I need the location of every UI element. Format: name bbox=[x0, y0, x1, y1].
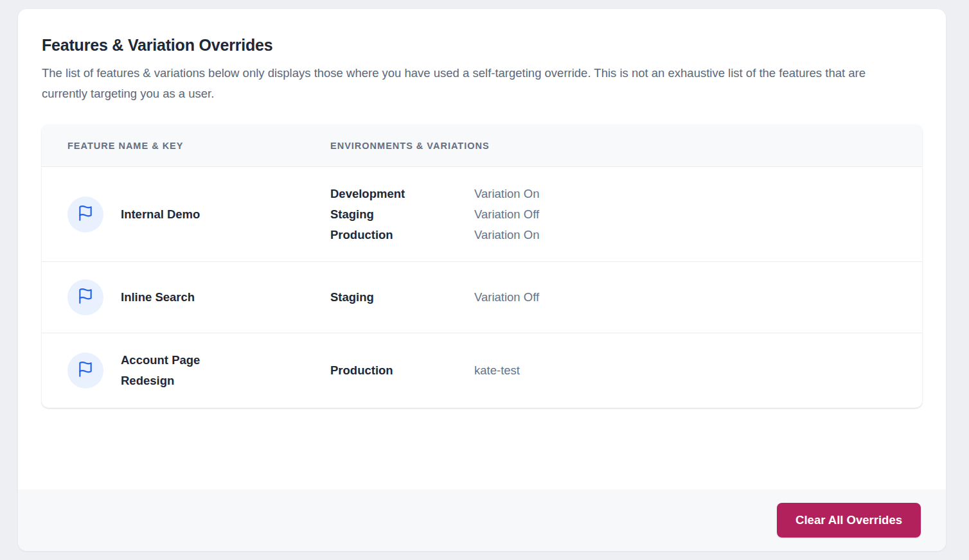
environment-name: Production bbox=[330, 360, 474, 381]
table-row: Internal Demo Development Variation On S… bbox=[42, 167, 922, 261]
variation-value: Variation Off bbox=[474, 287, 539, 308]
clear-all-overrides-button[interactable]: Clear All Overrides bbox=[777, 503, 921, 538]
flag-icon bbox=[77, 361, 94, 380]
environment-name: Production bbox=[330, 225, 474, 245]
environment-name: Development bbox=[330, 184, 474, 204]
variation-value: Variation On bbox=[474, 225, 539, 245]
flag-badge bbox=[67, 353, 103, 389]
feature-cell: Internal Demo bbox=[42, 197, 330, 232]
feature-name: Inline Search bbox=[121, 287, 195, 308]
variation-value: Variation On bbox=[474, 184, 539, 204]
environment-name: Staging bbox=[330, 204, 474, 225]
table-row: Account Page Redesign Production kate-te… bbox=[42, 333, 922, 408]
environment-line: Development Variation On bbox=[330, 184, 922, 204]
overrides-table: Feature name & key Environments & variat… bbox=[42, 125, 922, 408]
environments-cell: Development Variation On Staging Variati… bbox=[330, 184, 922, 245]
table-row: Inline Search Staging Variation Off bbox=[42, 261, 922, 333]
variation-value: Variation Off bbox=[474, 204, 539, 225]
table-header-row: Feature name & key Environments & variat… bbox=[42, 125, 922, 167]
feature-name: Account Page Redesign bbox=[121, 350, 227, 391]
environment-line: Staging Variation Off bbox=[330, 287, 922, 308]
overrides-panel: Features & Variation Overrides The list … bbox=[18, 9, 946, 551]
feature-name: Internal Demo bbox=[121, 204, 200, 225]
environment-name: Staging bbox=[330, 287, 474, 308]
flag-icon bbox=[77, 205, 94, 224]
feature-cell: Inline Search bbox=[42, 279, 330, 315]
column-header-environments: Environments & variations bbox=[330, 141, 922, 151]
feature-cell: Account Page Redesign bbox=[42, 350, 330, 391]
environment-line: Staging Variation Off bbox=[330, 204, 922, 225]
environments-cell: Production kate-test bbox=[330, 360, 922, 381]
environment-line: Production kate-test bbox=[330, 360, 922, 381]
panel-body: Features & Variation Overrides The list … bbox=[18, 9, 946, 408]
flag-icon bbox=[77, 288, 94, 307]
page-title: Features & Variation Overrides bbox=[42, 35, 922, 55]
flag-badge bbox=[67, 279, 103, 315]
flag-badge bbox=[67, 197, 103, 232]
variation-value: kate-test bbox=[474, 360, 520, 381]
environments-cell: Staging Variation Off bbox=[330, 287, 922, 308]
page-description: The list of features & variations below … bbox=[42, 63, 906, 104]
environment-line: Production Variation On bbox=[330, 225, 922, 245]
panel-footer: Clear All Overrides bbox=[18, 489, 946, 551]
column-header-feature: Feature name & key bbox=[42, 141, 330, 151]
